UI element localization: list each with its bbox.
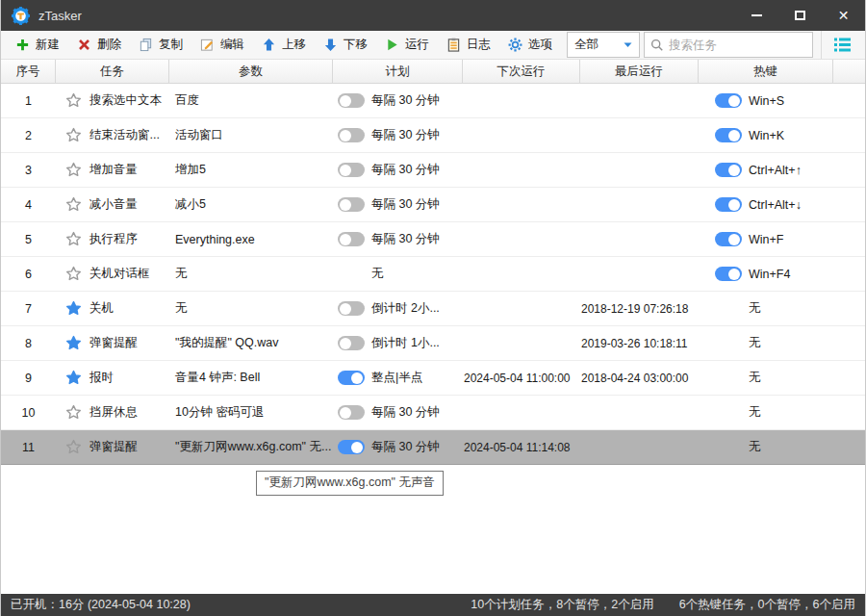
toolbar-button-delete-x[interactable]: 删除: [70, 33, 128, 57]
filter-dropdown[interactable]: 全部: [567, 32, 640, 58]
next-run-cell: [463, 222, 580, 256]
toolbar-button-arrow-down[interactable]: 下移: [317, 33, 374, 57]
minimize-icon: [751, 14, 762, 16]
toggle-on[interactable]: [715, 93, 742, 108]
toolbar-button-play[interactable]: 运行: [378, 33, 436, 57]
edit-icon: [200, 38, 215, 52]
toggle-off[interactable]: [338, 197, 365, 212]
toggle-off[interactable]: [338, 163, 365, 177]
view-list-button[interactable]: [821, 31, 859, 59]
toggle-on[interactable]: [715, 232, 742, 246]
star-outline-icon[interactable]: [65, 231, 82, 247]
star-outline-icon[interactable]: [65, 92, 82, 109]
table-row[interactable]: 7 关机无倒计时 2小...2018-12-19 07:26:18无: [1, 292, 865, 326]
hotkey-text: Win+S: [749, 94, 784, 108]
titlebar: zTasker ✕: [1, 0, 865, 31]
column-header-next[interactable]: 下次运行: [463, 60, 580, 83]
params-cell: 减小5: [169, 188, 333, 221]
filter-dropdown-value: 全部: [574, 37, 624, 53]
table-row[interactable]: 10 挡屏休息10分钟 密码可退每隔 30 分钟无: [1, 396, 865, 430]
row-number: 6: [1, 257, 56, 291]
task-cell: 挡屏休息: [56, 396, 169, 429]
task-cell: 关机: [56, 292, 169, 325]
star-outline-icon[interactable]: [65, 439, 82, 455]
table-row[interactable]: 2 结束活动窗...活动窗口每隔 30 分钟Win+K: [1, 118, 865, 153]
params-cell: "我的提醒" QQ.wav: [169, 326, 333, 360]
toggle-on[interactable]: [338, 371, 365, 385]
task-cell: 执行程序: [56, 222, 169, 256]
star-outline-icon[interactable]: [65, 196, 82, 213]
hotkey-text: Ctrl+Alt+↓: [749, 198, 802, 212]
toggle-off[interactable]: [338, 336, 365, 350]
close-button[interactable]: ✕: [822, 0, 865, 31]
table-row[interactable]: 11 弹窗提醒"更新刀网www.x6g.com" 无...每隔 30 分钟202…: [1, 430, 865, 465]
table-row[interactable]: 8 弹窗提醒"我的提醒" QQ.wav倒计时 1小...2019-03-26 1…: [1, 326, 865, 361]
arrow-down-icon: [323, 38, 338, 52]
toggle-on[interactable]: [715, 267, 742, 281]
star-filled-icon[interactable]: [65, 300, 82, 317]
next-run-cell: [463, 153, 580, 187]
table-row[interactable]: 6 关机对话框无无Win+F4: [1, 257, 865, 292]
column-header-plan[interactable]: 计划: [333, 60, 463, 83]
toggle-on[interactable]: [338, 440, 365, 454]
toolbar-button-copy[interactable]: 复制: [132, 33, 190, 57]
star-outline-icon[interactable]: [65, 162, 82, 178]
toolbar-button-label: 运行: [405, 37, 429, 53]
star-outline-icon[interactable]: [65, 404, 82, 421]
tooltip: "更新刀网www.x6g.com" 无声音: [256, 471, 444, 496]
filler-cell: [833, 153, 865, 187]
column-header-params[interactable]: 参数: [169, 60, 333, 83]
plan-text: 每隔 30 分钟: [371, 92, 440, 109]
search-icon: [650, 38, 664, 52]
toggle-off[interactable]: [338, 232, 365, 246]
toolbar-button-plus[interactable]: 新建: [9, 33, 66, 57]
minimize-button[interactable]: [735, 0, 778, 31]
column-header-hotkey[interactable]: 热键: [699, 60, 833, 83]
row-number: 8: [1, 326, 56, 360]
hotkey-cell: Win+K: [699, 118, 833, 152]
task-cell: 关机对话框: [56, 257, 169, 291]
toolbar-button-arrow-up[interactable]: 上移: [255, 33, 313, 57]
toolbar-button-edit[interactable]: 编辑: [193, 33, 251, 57]
hotkey-text: Win+F: [749, 233, 783, 246]
hotkey-cell: Win+F: [699, 222, 833, 256]
last-run-cell: [580, 257, 699, 291]
toolbar-button-gear[interactable]: 选项: [501, 33, 559, 57]
toggle-off[interactable]: [338, 128, 365, 142]
table-row[interactable]: 9 报时音量4 钟声: Bell整点|半点2024-05-04 11:00:00…: [1, 361, 865, 396]
window-controls: ✕: [735, 0, 865, 31]
table-row[interactable]: 4 减小音量减小5每隔 30 分钟Ctrl+Alt+↓: [1, 188, 865, 222]
play-icon: [385, 38, 399, 52]
column-header-task[interactable]: 任务: [56, 60, 169, 83]
row-number: 7: [1, 292, 56, 325]
toggle-off[interactable]: [338, 93, 365, 108]
plan-cell: 每隔 30 分钟: [333, 188, 463, 221]
toggle-on[interactable]: [715, 163, 742, 177]
params-cell: 无: [169, 257, 333, 291]
star-filled-icon[interactable]: [65, 370, 82, 386]
star-filled-icon[interactable]: [65, 335, 82, 351]
star-outline-icon[interactable]: [65, 127, 82, 143]
plan-text: 每隔 30 分钟: [371, 404, 440, 421]
next-run-cell: [463, 84, 580, 117]
toggle-on[interactable]: [715, 128, 742, 142]
last-run-cell: [580, 118, 699, 152]
toolbar-button-log[interactable]: 日志: [440, 33, 497, 57]
search-input[interactable]: [669, 38, 806, 52]
maximize-button[interactable]: [778, 0, 822, 31]
toggle-off[interactable]: [338, 301, 365, 316]
table-row[interactable]: 3 增加音量增加5每隔 30 分钟Ctrl+Alt+↑: [1, 153, 865, 188]
last-run-cell: [580, 430, 699, 464]
column-header-num[interactable]: 序号: [1, 60, 56, 83]
plan-task-count: 10个计划任务，8个暂停，2个启用: [471, 597, 653, 613]
star-outline-icon[interactable]: [65, 266, 82, 282]
toggle-off[interactable]: [338, 405, 365, 420]
row-number: 9: [1, 361, 56, 395]
column-header-last[interactable]: 最后运行: [580, 60, 699, 83]
chevron-down-icon: [624, 41, 632, 48]
plan-text: 每隔 30 分钟: [371, 162, 440, 178]
toggle-on[interactable]: [715, 197, 742, 212]
table-row[interactable]: 1 搜索选中文本百度每隔 30 分钟Win+S: [1, 84, 865, 118]
table-row[interactable]: 5 执行程序Everything.exe每隔 30 分钟Win+F: [1, 222, 865, 257]
params-cell: 活动窗口: [169, 118, 333, 152]
